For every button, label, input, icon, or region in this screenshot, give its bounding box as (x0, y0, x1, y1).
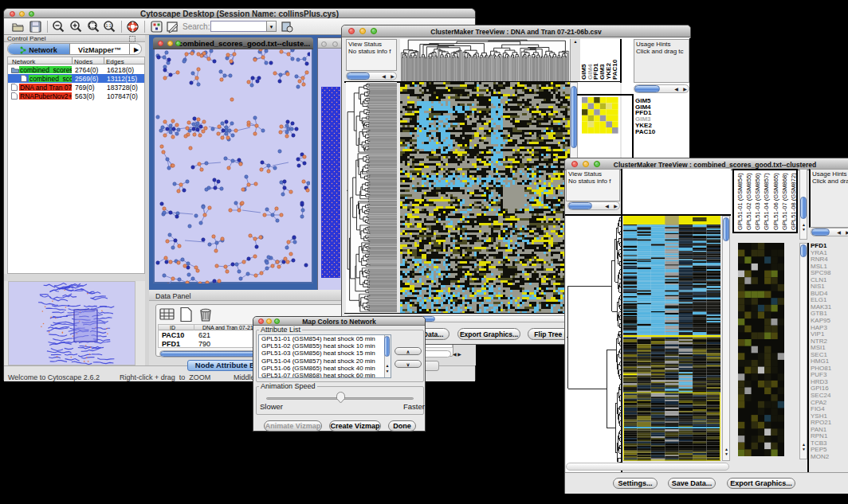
svg-text:GPL51-02 (GSM855): GPL51-02 (GSM855) (745, 173, 752, 230)
svg-text:GPL51-01 (GSM854): GPL51-01 (GSM854) (736, 173, 744, 230)
svg-text:1:1: 1:1 (106, 23, 112, 28)
svg-text:GPL51-07 (GSM868): GPL51-07 (GSM868) (781, 173, 788, 230)
svg-text:GPL51-06 (GSM865): GPL51-06 (GSM865) (772, 173, 779, 230)
svg-text:GPL51-08 (GSM872): GPL51-08 (GSM872) (790, 173, 796, 230)
svg-text:GPL51-03 (GSM856): GPL51-03 (GSM856) (754, 173, 761, 230)
svg-text:GPL51-04 (GSM857): GPL51-04 (GSM857) (763, 173, 770, 230)
